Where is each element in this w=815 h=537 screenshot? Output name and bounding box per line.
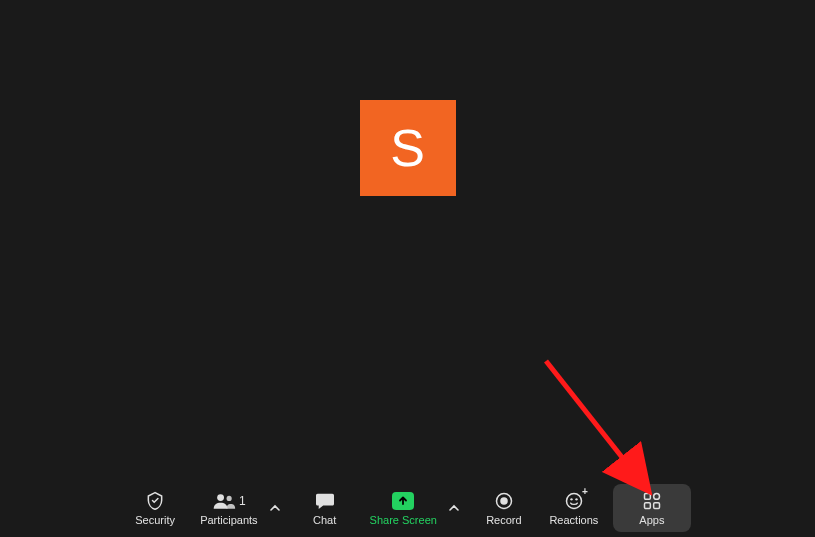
plus-badge-icon: +: [582, 486, 588, 497]
svg-point-5: [570, 498, 572, 500]
participants-icon: 1: [212, 490, 246, 512]
svg-point-4: [566, 493, 581, 508]
svg-point-8: [654, 493, 660, 499]
share-screen-icon: [392, 490, 414, 512]
svg-rect-7: [644, 493, 650, 499]
share-screen-button[interactable]: Share Screen: [364, 484, 443, 532]
apps-button[interactable]: Apps: [613, 484, 691, 532]
svg-point-3: [500, 497, 508, 505]
security-label: Security: [135, 514, 175, 526]
shield-icon: [145, 490, 165, 512]
security-button[interactable]: Security: [124, 484, 186, 532]
participants-button[interactable]: 1 Participants: [194, 484, 263, 532]
record-icon: [494, 490, 514, 512]
svg-rect-10: [644, 502, 650, 508]
participant-avatar-tile: S: [360, 100, 456, 196]
record-button[interactable]: Record: [473, 484, 535, 532]
apps-label: Apps: [639, 514, 664, 526]
avatar-letter: S: [390, 118, 425, 178]
svg-point-6: [575, 498, 577, 500]
svg-point-1: [227, 495, 232, 500]
participants-label: Participants: [200, 514, 257, 526]
meeting-toolbar: Security 1 Participants Chat: [0, 482, 815, 537]
reactions-button[interactable]: + Reactions: [543, 484, 605, 532]
share-chevron[interactable]: [443, 497, 465, 519]
video-area: S: [0, 0, 815, 482]
apps-icon: [642, 490, 662, 512]
svg-point-0: [217, 494, 224, 501]
chat-label: Chat: [313, 514, 336, 526]
participants-chevron[interactable]: [264, 497, 286, 519]
chat-icon: [314, 490, 336, 512]
reactions-label: Reactions: [549, 514, 598, 526]
svg-rect-9: [654, 502, 660, 508]
participants-count: 1: [239, 494, 246, 508]
reactions-icon: +: [564, 490, 584, 512]
chat-button[interactable]: Chat: [294, 484, 356, 532]
share-screen-label: Share Screen: [370, 514, 437, 526]
record-label: Record: [486, 514, 521, 526]
